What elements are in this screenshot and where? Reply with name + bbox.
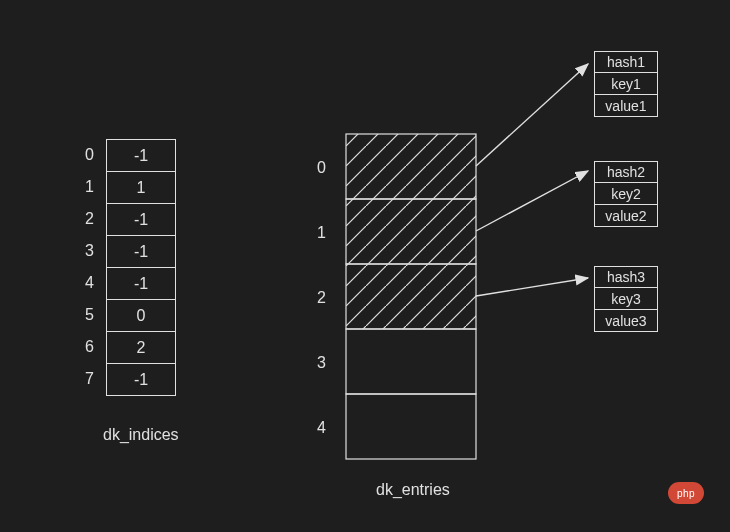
entry-0-hash: hash1 [594, 51, 658, 73]
entries-title: dk_entries [376, 481, 450, 499]
entry-2-key: key3 [594, 288, 658, 310]
entries-cell-3 [346, 329, 476, 394]
entries-cell-4 [346, 394, 476, 459]
entry-1-value: value2 [594, 205, 658, 227]
entries-cell-0 [346, 134, 476, 199]
arrow-1 [476, 171, 588, 231]
entry-detail-2: hash3 key3 value3 [594, 266, 658, 332]
entry-detail-1: hash2 key2 value2 [594, 161, 658, 227]
entry-0-key: key1 [594, 73, 658, 95]
entries-cell-1 [346, 199, 476, 264]
entry-0-value: value1 [594, 95, 658, 117]
arrow-2 [476, 278, 588, 296]
entry-detail-0: hash1 key1 value1 [594, 51, 658, 117]
entry-2-hash: hash3 [594, 266, 658, 288]
entries-cell-2 [346, 264, 476, 329]
entry-1-hash: hash2 [594, 161, 658, 183]
arrow-0 [476, 64, 588, 166]
entry-2-value: value3 [594, 310, 658, 332]
entry-1-key: key2 [594, 183, 658, 205]
php-watermark: php [668, 482, 704, 504]
